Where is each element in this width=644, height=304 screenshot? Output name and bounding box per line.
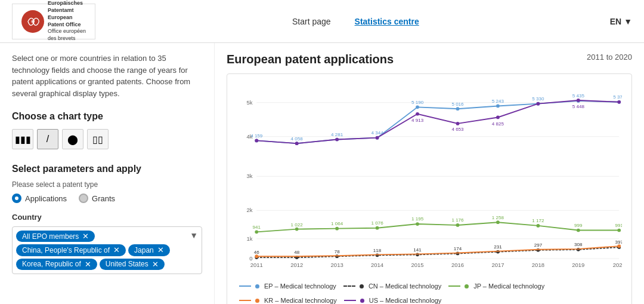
nav-language[interactable]: EN ▼ <box>610 17 632 26</box>
svg-text:1 076: 1 076 <box>371 220 384 226</box>
svg-point-58 <box>255 231 258 234</box>
svg-text:174: 174 <box>454 246 462 251</box>
svg-text:1 176: 1 176 <box>451 217 464 223</box>
svg-point-44 <box>255 139 258 143</box>
tag-japan-label: Japan <box>134 246 154 254</box>
patent-type-label: Please select a patent type <box>12 180 202 189</box>
tag-us[interactable]: United States ✕ <box>100 259 165 270</box>
svg-text:1 258: 1 258 <box>492 215 504 220</box>
svg-text:4 825: 4 825 <box>492 121 504 127</box>
svg-text:4 653: 4 653 <box>451 127 464 132</box>
chart-type-buttons: ▮▮▮ / ⬤ ▯▯ <box>12 129 202 149</box>
svg-point-62 <box>416 222 419 226</box>
svg-text:1k: 1k <box>247 235 253 242</box>
country-tags-container[interactable]: All EPO members ✕ China, People's Republ… <box>12 226 202 274</box>
tag-japan-remove[interactable]: ✕ <box>157 245 164 254</box>
country-dropdown-arrow[interactable]: ▼ <box>190 231 198 240</box>
main-content: Select one or more countries in relation… <box>0 43 644 304</box>
svg-point-50 <box>496 116 500 119</box>
svg-text:118: 118 <box>373 248 382 253</box>
svg-text:2k: 2k <box>247 207 253 213</box>
svg-point-46 <box>335 138 339 142</box>
radio-grants[interactable]: Grants <box>79 194 115 203</box>
tag-china-remove[interactable]: ✕ <box>113 245 120 254</box>
svg-text:78: 78 <box>335 249 340 254</box>
svg-text:5 448: 5 448 <box>572 104 585 109</box>
epo-logo: Europäisches Patentamt European Patent O… <box>12 4 95 39</box>
svg-text:308: 308 <box>574 242 583 247</box>
nav-start-page[interactable]: Start page <box>292 17 331 26</box>
radio-grants-circle <box>79 194 88 203</box>
svg-point-98 <box>255 254 258 258</box>
legend-jp-label: JP – Medical technology <box>473 282 544 290</box>
svg-text:991: 991 <box>615 223 622 228</box>
svg-text:1 064: 1 064 <box>331 221 343 226</box>
svg-text:4 159: 4 159 <box>250 133 263 139</box>
header: Europäisches Patentamt European Patent O… <box>0 0 644 43</box>
svg-text:2011: 2011 <box>250 262 263 268</box>
svg-point-51 <box>537 102 540 106</box>
svg-text:2015: 2015 <box>411 262 423 268</box>
svg-text:3k: 3k <box>247 173 253 179</box>
svg-point-30 <box>496 105 500 108</box>
tag-japan[interactable]: Japan ✕ <box>128 244 170 256</box>
tag-china-label: China, People's Republic of <box>22 246 110 254</box>
bar-chart-icon: ▮▮▮ <box>15 134 31 145</box>
svg-point-61 <box>376 226 379 230</box>
chart-btn-bar[interactable]: ▮▮▮ <box>12 129 33 149</box>
svg-text:297: 297 <box>534 242 543 248</box>
tag-us-remove[interactable]: ✕ <box>152 260 159 269</box>
svg-text:2017: 2017 <box>491 262 504 268</box>
line-chart-icon: / <box>47 134 49 145</box>
legend-ep-label: EP – Medical technology <box>264 282 336 290</box>
radio-grants-label: Grants <box>92 194 115 203</box>
chevron-down-icon: ▼ <box>624 17 632 26</box>
chart-header: European patent applications 2011 to 202… <box>227 53 632 66</box>
svg-text:4 913: 4 913 <box>411 118 424 123</box>
nav-center: Start page Statistics centre <box>101 17 610 26</box>
svg-text:1 172: 1 172 <box>532 218 544 223</box>
svg-text:5 330: 5 330 <box>532 96 544 102</box>
pie-chart-icon: ⬤ <box>67 134 78 145</box>
tag-china[interactable]: China, People's Republic of ✕ <box>16 244 126 256</box>
legend-us-label: US – Medical technology <box>369 297 442 304</box>
radio-group: Applications Grants <box>12 194 202 203</box>
logo-area: Europäisches Patentamt European Patent O… <box>12 4 101 39</box>
chart-range: 2011 to 2020 <box>587 53 632 62</box>
svg-text:2018: 2018 <box>532 262 544 268</box>
svg-point-52 <box>577 99 580 102</box>
legend-cn: CN – Medical technology <box>343 282 441 290</box>
svg-point-48 <box>416 112 419 116</box>
svg-text:5 016: 5 016 <box>451 102 464 107</box>
chart-btn-grouped[interactable]: ▯▯ <box>87 129 109 149</box>
svg-point-28 <box>416 106 419 109</box>
radio-applications[interactable]: Applications <box>12 194 67 203</box>
radio-applications-label: Applications <box>25 194 67 203</box>
legend-us: US – Medical technology <box>344 297 442 304</box>
svg-text:48: 48 <box>294 250 299 255</box>
chart-btn-pie[interactable]: ⬤ <box>62 129 83 149</box>
svg-point-66 <box>577 229 580 232</box>
svg-text:2016: 2016 <box>451 262 464 268</box>
svg-point-60 <box>335 227 339 231</box>
tag-korea-remove[interactable]: ✕ <box>85 260 91 269</box>
svg-point-45 <box>295 142 299 145</box>
description-text: Select one or more countries in relation… <box>12 53 202 99</box>
svg-text:5 376: 5 376 <box>613 94 622 100</box>
svg-text:999: 999 <box>574 223 583 228</box>
svg-text:5 190: 5 190 <box>411 100 424 105</box>
tag-korea[interactable]: Korea, Republic of ✕ <box>16 259 97 270</box>
tag-all-epo-remove[interactable]: ✕ <box>82 232 89 241</box>
legend-ep: EP – Medical technology <box>239 282 336 290</box>
svg-text:2019: 2019 <box>572 262 584 268</box>
chart-area: 5k 4k 3k 2k 1k 0 2011 2012 2013 2014 <box>227 73 632 304</box>
svg-text:2014: 2014 <box>371 262 383 268</box>
tag-korea-label: Korea, Republic of <box>22 260 81 268</box>
svg-text:231: 231 <box>494 244 502 250</box>
country-label: Country <box>12 213 202 222</box>
chart-type-title: Choose a chart type <box>12 111 202 122</box>
tag-all-epo[interactable]: All EPO members ✕ <box>16 231 95 242</box>
svg-text:397: 397 <box>615 239 622 245</box>
chart-btn-line[interactable]: / <box>37 129 58 149</box>
nav-statistics-centre[interactable]: Statistics centre <box>355 17 419 26</box>
